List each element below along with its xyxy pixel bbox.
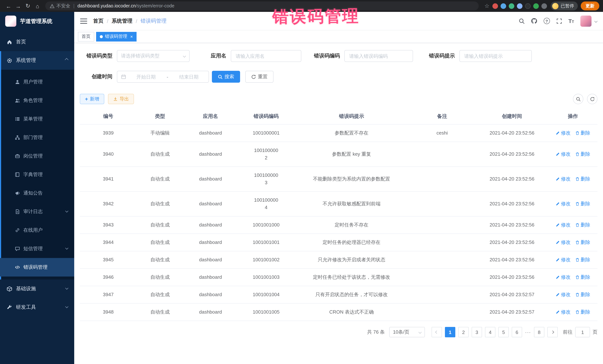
export-button[interactable]: 导出 bbox=[108, 94, 134, 104]
reset-button[interactable]: 重置 bbox=[245, 71, 274, 83]
sidebar-item-posts[interactable]: 岗位管理 bbox=[0, 147, 74, 165]
tab-label: 首页 bbox=[82, 33, 91, 40]
cell-app: dashboard bbox=[183, 124, 238, 142]
github-icon[interactable] bbox=[531, 18, 537, 24]
fullscreen-icon[interactable] bbox=[556, 18, 562, 24]
sidebar-item-depts[interactable]: 部门管理 bbox=[0, 128, 74, 147]
help-icon[interactable]: ? bbox=[544, 18, 550, 24]
active-dot-icon bbox=[100, 35, 103, 38]
extension-icon[interactable] bbox=[517, 3, 522, 9]
sidebar-item-dicts[interactable]: 字典管理 bbox=[0, 165, 74, 184]
extension-icon[interactable] bbox=[500, 3, 506, 9]
extension-icon[interactable] bbox=[525, 3, 531, 9]
cell-created: 2021-04-20 23:52:56 bbox=[476, 142, 548, 167]
sidebar-item-errcode[interactable]: 错误码管理 bbox=[0, 258, 74, 276]
delete-link[interactable]: 删除 bbox=[575, 309, 590, 316]
delete-link[interactable]: 删除 bbox=[575, 129, 590, 137]
app-name-input[interactable] bbox=[231, 50, 301, 62]
tab-errcode[interactable]: 错误码管理 × bbox=[96, 32, 137, 41]
chevron-left-icon bbox=[435, 331, 439, 334]
browser-update-button[interactable]: 更新 bbox=[581, 1, 599, 10]
delete-link[interactable]: 删除 bbox=[575, 256, 590, 264]
refresh-icon bbox=[590, 97, 595, 101]
link-label: 修改 bbox=[561, 151, 570, 158]
sidebar-item-sms[interactable]: 短信管理 bbox=[0, 240, 74, 258]
delete-link[interactable]: 删除 bbox=[575, 175, 590, 183]
delete-link[interactable]: 删除 bbox=[575, 291, 590, 298]
browser-reload-button[interactable]: ↻ bbox=[23, 1, 33, 11]
page-button-4[interactable]: 4 bbox=[485, 327, 495, 337]
table-header-row: 编号 类型 应用名 错误码编码 错误码提示 备注 创建时间 操作 bbox=[80, 109, 597, 124]
search-icon[interactable] bbox=[519, 18, 524, 24]
sidebar-group-system: 系统管理 用户管理 bbox=[0, 51, 74, 279]
sidebar-item-notices[interactable]: 通知公告 bbox=[0, 184, 74, 202]
sidebar-item-system[interactable]: 系统管理 bbox=[0, 51, 74, 70]
delete-link[interactable]: 删除 bbox=[575, 200, 590, 208]
sidebar-item-audit[interactable]: 审计日志 bbox=[0, 202, 74, 221]
breadcrumb-system[interactable]: 系统管理 bbox=[112, 18, 132, 24]
page-button-1[interactable]: 1 bbox=[445, 327, 455, 337]
bookmark-star-icon[interactable]: ☆ bbox=[485, 3, 489, 9]
edit-link[interactable]: 修改 bbox=[555, 221, 570, 229]
edit-link[interactable]: 修改 bbox=[555, 200, 570, 208]
edit-link[interactable]: 修改 bbox=[555, 256, 570, 264]
end-date-input[interactable] bbox=[173, 74, 205, 79]
edit-link[interactable]: 修改 bbox=[555, 274, 570, 281]
cell-actions: 修改 删除 bbox=[548, 303, 597, 321]
extension-icon[interactable] bbox=[509, 3, 514, 9]
cell-remark bbox=[408, 142, 476, 167]
sidebar-item-menus[interactable]: 菜单管理 bbox=[0, 110, 74, 128]
error-type-select[interactable]: 请选择错误码类型 bbox=[117, 50, 190, 62]
edit-link[interactable]: 修改 bbox=[555, 291, 570, 298]
page-button-6[interactable]: 6 bbox=[512, 327, 522, 337]
sidebar-item-infra[interactable]: 基础设施 bbox=[0, 279, 74, 298]
tab-home[interactable]: 首页 bbox=[78, 32, 94, 41]
address-bar[interactable]: 不安全 | dashboard.yudao.iocoder.cn /system… bbox=[45, 1, 478, 10]
font-size-icon[interactable]: TT bbox=[568, 18, 574, 24]
breadcrumb-home[interactable]: 首页 bbox=[93, 18, 104, 24]
edit-link[interactable]: 修改 bbox=[555, 175, 570, 183]
browser-home-button[interactable]: ⌂ bbox=[33, 1, 42, 11]
page-button-5[interactable]: 5 bbox=[498, 327, 509, 337]
sidebar-item-devtools[interactable]: 研发工具 bbox=[0, 298, 74, 317]
start-date-input[interactable] bbox=[130, 74, 162, 79]
add-button[interactable]: + 新增 bbox=[80, 94, 104, 104]
close-icon[interactable]: × bbox=[130, 34, 133, 39]
sidebar-item-home[interactable]: 首页 bbox=[0, 33, 74, 51]
delete-link[interactable]: 删除 bbox=[575, 274, 590, 281]
delete-link[interactable]: 删除 bbox=[575, 239, 590, 246]
collapse-sidebar-button[interactable] bbox=[80, 18, 87, 23]
edit-link[interactable]: 修改 bbox=[555, 309, 570, 316]
page-button-8[interactable]: 8 bbox=[534, 327, 544, 337]
extension-icon[interactable] bbox=[492, 3, 498, 9]
page-size-select[interactable]: 10条/页 bbox=[389, 327, 425, 337]
more-pages-icon[interactable]: ··· bbox=[525, 329, 531, 335]
date-range-picker[interactable]: - bbox=[117, 71, 209, 83]
sidebar-item-roles[interactable]: 角色管理 bbox=[0, 91, 74, 110]
delete-link[interactable]: 删除 bbox=[575, 151, 590, 158]
edit-link[interactable]: 修改 bbox=[555, 239, 570, 246]
error-msg-input[interactable] bbox=[459, 50, 532, 62]
extension-icon[interactable] bbox=[533, 3, 539, 9]
edit-link[interactable]: 修改 bbox=[555, 129, 570, 137]
cell-msg: 定时任务的处理器已经存在 bbox=[295, 234, 408, 251]
sidebar-item-online[interactable]: 在线用户 bbox=[0, 221, 74, 240]
next-page-button[interactable] bbox=[547, 327, 558, 337]
edit-link[interactable]: 修改 bbox=[555, 151, 570, 158]
sidebar-item-users[interactable]: 用户管理 bbox=[0, 73, 74, 91]
profile-paused-badge[interactable]: 已暂停 bbox=[551, 1, 578, 10]
browser-forward-button[interactable]: → bbox=[13, 1, 23, 11]
show-search-button[interactable] bbox=[573, 94, 583, 104]
delete-link[interactable]: 删除 bbox=[575, 221, 590, 229]
page-button-3[interactable]: 3 bbox=[472, 327, 482, 337]
browser-back-button[interactable]: ← bbox=[4, 1, 13, 11]
user-avatar[interactable] bbox=[580, 15, 591, 26]
extension-icon[interactable] bbox=[541, 3, 547, 9]
refresh-table-button[interactable] bbox=[587, 94, 597, 104]
goto-page-input[interactable] bbox=[575, 327, 590, 337]
error-code-input[interactable] bbox=[344, 50, 413, 62]
page-button-2[interactable]: 2 bbox=[458, 327, 469, 337]
prev-page-button[interactable] bbox=[431, 327, 442, 337]
search-button[interactable]: 搜索 bbox=[212, 71, 240, 83]
cell-actions: 修改 删除 bbox=[548, 251, 597, 269]
